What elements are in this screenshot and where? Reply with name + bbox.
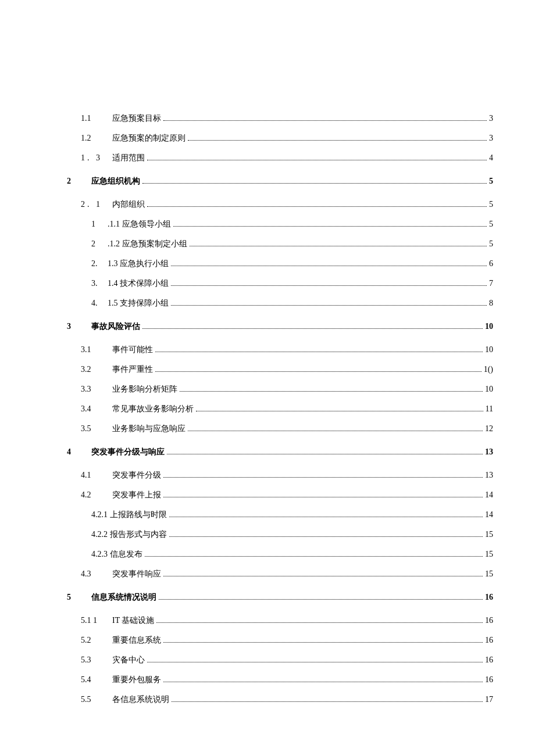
toc-leader-dots [163,576,483,576]
toc-page-number: 16 [485,616,493,625]
toc-number: 2 [67,239,108,249]
toc-page-number: 5 [489,177,493,186]
toc-entry: 5.5各信息系统说明17 [67,694,493,705]
toc-title: .1.1 应急领导小组 [108,219,171,230]
toc-number: 4. [67,299,108,308]
toc-entry: 1. 3适用范围4 [67,153,493,163]
toc-title: 业务影响与应急响应 [112,424,186,434]
toc-leader-dots [190,246,487,246]
toc-entry: 2.1.2 应急预案制定小组5 [67,239,493,249]
toc-title: 突发事件分级 [112,470,161,481]
toc-entry: 3.3业务影响分析矩阵10 [67,384,493,395]
toc-leader-dots [196,411,483,411]
toc-number: 2. 1 [67,200,112,209]
toc-leader-dots [142,183,487,184]
toc-leader-dots [147,662,483,662]
toc-page-number: 14 [485,490,493,500]
toc-entry: 4.2突发事件上报14 [67,490,493,500]
toc-number: 4.3 [67,569,112,579]
toc-page-number: 16 [485,655,493,665]
toc-title: 4.2.2 报告形式与内容 [91,529,167,540]
toc-title: 信息系统情况说明 [91,592,156,603]
toc-page-number: 4 [489,153,493,163]
toc-entry: 4.2.3 信息发布15 [67,549,493,560]
toc-title: 突发事件分级与响应 [91,447,165,457]
toc-page-number: 5 [489,220,493,229]
toc-leader-dots [171,285,487,286]
toc-title: 重要外包服务 [112,675,161,685]
toc-entry: 4.3突发事件响应15 [67,569,493,579]
toc-title: 4.2.1 上报路线与时限 [91,510,167,520]
toc-entry: 4.1.5 支持保障小组8 [67,298,493,309]
toc-leader-dots [156,622,483,623]
toc-entry: 2. 1内部组织5 [67,199,493,210]
toc-title: 常见事故业务影响分析 [112,404,194,414]
toc-number: 2 [67,177,91,186]
toc-entry: 2应急组织机构5 [67,176,493,187]
toc-title: 业务影响分析矩阵 [112,384,177,395]
toc-page-number: 15 [485,550,493,559]
toc-number: 3.2 [67,365,112,374]
toc-number: 1 [67,220,108,229]
toc-number: 3.4 [67,404,112,414]
toc-leader-dots [155,352,483,352]
toc-number: 5.3 [67,655,112,665]
toc-number: 3.5 [67,424,112,433]
toc-entry: 5信息系统情况说明16 [67,592,493,603]
toc-leader-dots [172,701,483,702]
toc-leader-dots [155,371,482,372]
toc-leader-dots [188,140,487,141]
toc-entry: 5.4重要外包服务16 [67,675,493,685]
toc-entry: 4.2.2 报告形式与内容15 [67,529,493,540]
toc-number: 3. [67,279,108,288]
toc-entry: 3.5业务影响与应急响应12 [67,424,493,434]
toc-number: 5.4 [67,675,112,685]
toc-title: 应急组织机构 [91,176,140,187]
toc-title: 突发事件上报 [112,490,161,500]
toc-entry: 3.1.4 技术保障小组7 [67,278,493,289]
toc-page-number: 17 [485,695,493,704]
toc-page-number: 16 [485,675,493,685]
toc-entry: 4.1突发事件分级13 [67,470,493,481]
toc-page-number: 5 [489,200,493,209]
toc-leader-dots [163,497,483,497]
toc-entry: 3.1事件可能性10 [67,345,493,355]
toc-entry: 5.1 1IT 基础设施16 [67,615,493,626]
toc-number: 2. [67,259,108,268]
toc-title: 适用范围 [112,153,145,163]
toc-page-number: 16 [485,593,493,602]
toc-leader-dots [180,391,483,392]
toc-title: 各信息系统说明 [112,694,169,705]
toc-title: 1.3 应急执行小组 [108,259,169,269]
toc-page-number: 15 [485,569,493,579]
toc-page-number: 13 [485,471,493,480]
toc-leader-dots [167,454,483,454]
toc-page-number: 12 [485,424,493,433]
toc-title: 1.5 支持保障小组 [108,298,169,309]
toc-title: 事件可能性 [112,345,153,355]
table-of-contents: 1.1应急预案目标31.2应急预案的制定原则31. 3适用范围42应急组织机构5… [67,113,493,705]
toc-number: 5.5 [67,695,112,704]
toc-page-number: 3 [489,114,493,123]
toc-leader-dots [169,517,483,517]
toc-leader-dots [163,477,483,478]
toc-number: 1.1 [67,114,112,123]
toc-page-number: 10 [485,345,493,354]
toc-entry: 2.1.3 应急执行小组6 [67,259,493,269]
toc-number: 4.2 [67,490,112,500]
toc-title: 应急预案的制定原则 [112,133,186,144]
toc-title: 4.2.3 信息发布 [91,549,142,560]
toc-page-number: 5 [489,239,493,249]
toc-page-number: 10 [485,385,493,394]
toc-number: 1. 3 [67,153,112,163]
toc-number: 1.2 [67,134,112,143]
toc-page-number: 11 [486,404,493,414]
toc-leader-dots [169,536,483,537]
toc-number: 3.1 [67,345,112,354]
toc-title: 突发事件响应 [112,569,161,579]
toc-page-number: 3 [489,134,493,143]
toc-title: 事件严重性 [112,364,153,375]
toc-leader-dots [163,120,487,121]
toc-page-number: 10 [485,322,493,331]
toc-number: 4.1 [67,471,112,480]
